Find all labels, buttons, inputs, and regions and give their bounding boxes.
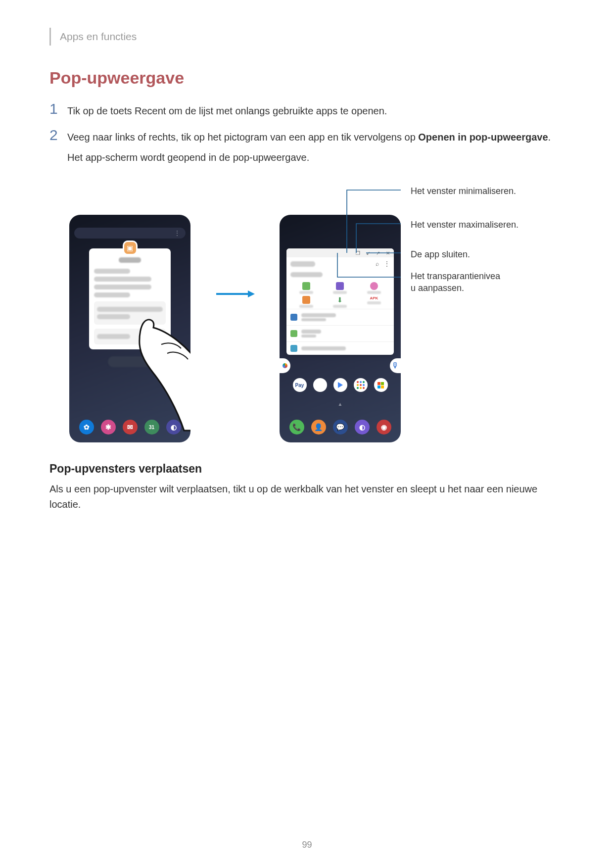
samsungpay-icon: Pay (293, 378, 307, 392)
body-paragraph: Als u een pop-upvenster wilt verplaatsen… (49, 482, 565, 512)
gallery-icon: ✱ (101, 420, 116, 434)
row-blur (97, 307, 163, 312)
step-number: 1 (49, 101, 58, 116)
breadcrumb: Apps en functies (49, 28, 565, 46)
category-grid: ⬇ APK (286, 279, 394, 309)
phone-popupview: ❐ ↙ ↗ ✕ ⌕ ⋮ ⬇ (280, 215, 401, 442)
page-title: Pop-upweergave (49, 68, 565, 88)
edge-right-pill: 🎙 (390, 358, 401, 373)
mail-icon: ✉ (123, 420, 138, 434)
step-text: Tik op de toets Recent om de lijst met o… (67, 101, 387, 119)
storage-cloud (286, 341, 394, 355)
phone-recents: ⋮ ▣ ✿ ✱ ✉ 3 (69, 215, 190, 442)
cat-docs (290, 296, 322, 308)
more-icon: ⋮ (174, 229, 181, 237)
menu-item-blur (94, 277, 151, 282)
recent-app-card: ▣ (89, 248, 171, 349)
storage-internal (286, 309, 394, 325)
camera-icon: ◉ (377, 420, 391, 434)
cat-apk: APK (358, 296, 390, 308)
popup-title-blur (290, 261, 315, 267)
page-number: 99 (0, 840, 614, 850)
gallery-icon: ✱ (313, 378, 327, 392)
app-badge-icon: ▣ (123, 241, 138, 255)
edge-left-pill (280, 358, 290, 373)
opacity-icon: ❐ (356, 250, 360, 256)
settings-icon: ✿ (79, 420, 94, 434)
svg-marker-1 (248, 290, 255, 297)
search-icon: ⌕ (376, 260, 379, 267)
row-blur (97, 334, 130, 339)
popup-controlbar: ❐ ↙ ↗ ✕ (286, 248, 394, 257)
callout-close: De app sluiten. (411, 248, 534, 260)
menu-item-blur (94, 269, 130, 274)
phone-icon: 📞 (289, 420, 304, 434)
callout-minimize: Het venster minimaliseren. (411, 185, 534, 197)
figure: ⋮ ▣ ✿ ✱ ✉ 3 (69, 185, 565, 442)
menu-item-blur (94, 285, 151, 289)
step-text-a: Tik op de toets Recent om de lijst met o… (67, 105, 387, 116)
step-text: Veeg naar links of rechts, tik op het pi… (67, 128, 551, 165)
maximize-icon: ↗ (376, 250, 380, 256)
arrow (205, 289, 265, 299)
subheading: Pop-upvensters verplaatsen (49, 462, 565, 476)
step-text-bold: Openen in pop-upweergave (418, 132, 548, 143)
messages-icon: 💬 (333, 420, 348, 434)
close-icon: ✕ (386, 250, 390, 256)
chapter-label: Apps en functies (60, 31, 137, 43)
favorites-bar: ✿ ✱ ✉ 31 ◐ (69, 420, 190, 434)
calendar-icon: 31 (144, 420, 159, 434)
cat-downloads: ⬇ (324, 296, 356, 308)
internet-icon: ◐ (355, 420, 370, 434)
playstore-icon (333, 378, 347, 392)
card-section (94, 329, 166, 344)
row-blur (97, 314, 130, 319)
step-text-b: . (548, 132, 551, 143)
step-text-a: Veeg naar links of rechts, tik op het pi… (67, 132, 418, 143)
section-label-blur (290, 272, 323, 277)
menu-item-blur (94, 292, 130, 297)
popup-header: ⌕ ⋮ (286, 257, 394, 270)
storage-sdcard (286, 325, 394, 341)
recents-searchbar: ⋮ (74, 228, 186, 239)
step-number: 2 (49, 128, 58, 143)
popup-window: ❐ ↙ ↗ ✕ ⌕ ⋮ ⬇ (286, 248, 394, 355)
cat-videos (324, 282, 356, 294)
google-folder-icon (354, 378, 368, 392)
minimize-icon: ↙ (366, 250, 370, 256)
callout-opacity: Het transparantienivea u aanpassen. (411, 270, 534, 294)
app-title-blur (119, 257, 141, 263)
card-section (94, 301, 166, 325)
close-all-pill (108, 356, 152, 367)
more-icon: ⋮ (384, 260, 390, 267)
step-note: Het app-scherm wordt geopend in de pop-u… (67, 150, 551, 165)
callout-maximize: Het venster maximaliseren. (411, 219, 534, 231)
favorites-bar: 📞 👤 💬 ◐ ◉ (280, 420, 401, 434)
home-indicator-icon (338, 399, 343, 404)
step-2: 2 Veeg naar links of rechts, tik op het … (49, 128, 565, 165)
cat-audio (358, 282, 390, 294)
contacts-icon: 👤 (311, 420, 326, 434)
cat-images (290, 282, 322, 294)
microsoft-folder-icon (374, 378, 388, 392)
step-1: 1 Tik op de toets Recent om de lijst met… (49, 101, 565, 119)
browser-icon: ◐ (166, 420, 181, 434)
app-rail: Pay ✱ (280, 378, 401, 392)
